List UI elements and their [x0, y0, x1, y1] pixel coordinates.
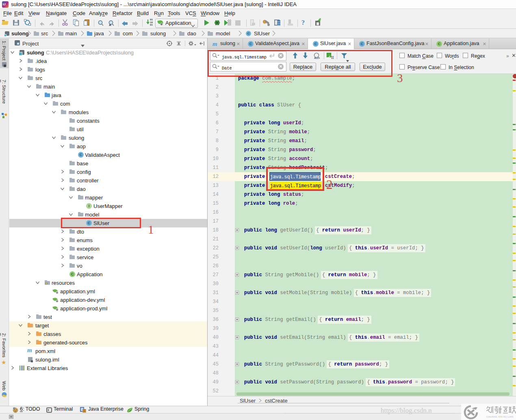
svg-text:A: A [109, 23, 111, 26]
